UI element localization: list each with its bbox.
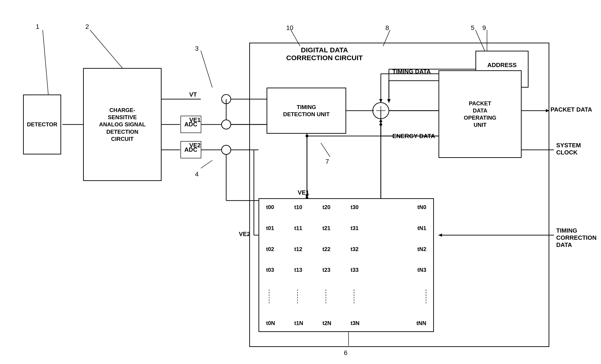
detector-label: DETECTOR bbox=[27, 121, 58, 128]
charge-sensitive-box: CHARGE- SENSITIVE ANALOG SIGNAL DETECTIO… bbox=[83, 68, 161, 181]
svg-point-12 bbox=[221, 145, 231, 154]
packet-data-operating-label: PACKET DATA OPERATING UNIT bbox=[464, 100, 496, 129]
svg-line-45 bbox=[201, 51, 212, 88]
system-clock-label: SYSTEM CLOCK bbox=[556, 142, 581, 156]
vt-label: VT bbox=[189, 91, 197, 98]
table-dots-row bbox=[266, 287, 426, 306]
svg-point-11 bbox=[221, 95, 231, 104]
digital-data-correction-label: DIGITAL DATACORRECTION CIRCUIT bbox=[286, 46, 363, 62]
timing-detection-label: TIMING DETECTION UNIT bbox=[283, 104, 330, 118]
table-row-4: t03 t13 t23 t33 tN3 bbox=[266, 266, 426, 273]
ve1-label: VE1 bbox=[189, 116, 200, 124]
table-row-2: t01 t11 t21 t31 tN1 bbox=[266, 225, 426, 232]
packet-data-operating-box: PACKET DATA OPERATING UNIT bbox=[439, 70, 521, 158]
timing-data-label: TIMING DATA bbox=[392, 68, 431, 75]
circuit-diagram: 1 2 3 4 5 6 7 8 9 10 DETECTOR CHARGE- SE… bbox=[0, 0, 601, 364]
svg-line-46 bbox=[201, 160, 212, 168]
table-row-last: t0N t1N t2N t3N tNN bbox=[266, 319, 426, 327]
ref-6: 6 bbox=[344, 349, 348, 357]
ve1-arrow-label: VE1 bbox=[298, 189, 309, 196]
timing-detection-box: TIMING DETECTION UNIT bbox=[267, 88, 346, 134]
svg-line-44 bbox=[90, 30, 122, 68]
ref-5: 5 bbox=[471, 24, 474, 32]
ref-1: 1 bbox=[36, 23, 40, 30]
table-row-3: t02 t12 t22 t32 tN2 bbox=[266, 246, 426, 253]
ve2-label: VE2 bbox=[189, 142, 200, 149]
ref-2: 2 bbox=[85, 23, 89, 30]
timing-correction-data-label: TIMING CORRECTION DATA bbox=[556, 227, 597, 249]
lookup-table-box: t00 t10 t20 t30 tN0 t01 t11 t21 t31 tN1 … bbox=[259, 198, 434, 332]
ref-9: 9 bbox=[482, 24, 486, 32]
ref-10: 10 bbox=[286, 24, 293, 32]
detector-box: DETECTOR bbox=[23, 95, 61, 154]
svg-point-9 bbox=[221, 120, 231, 129]
svg-line-43 bbox=[43, 30, 49, 97]
charge-sensitive-label: CHARGE- SENSITIVE ANALOG SIGNAL DETECTIO… bbox=[99, 106, 145, 143]
lookup-table-content: t00 t10 t20 t30 tN0 t01 t11 t21 t31 tN1 … bbox=[266, 203, 426, 327]
packet-data-output-label: PACKET DATA bbox=[551, 106, 592, 113]
ref-8: 8 bbox=[385, 24, 389, 32]
ref-4: 4 bbox=[195, 171, 199, 178]
ve2-arrow-label: VE2 bbox=[239, 230, 250, 238]
energy-data-label: ENERGY DATA bbox=[392, 133, 435, 140]
table-row-1: t00 t10 t20 t30 tN0 bbox=[266, 203, 426, 211]
ref-3: 3 bbox=[195, 45, 199, 52]
